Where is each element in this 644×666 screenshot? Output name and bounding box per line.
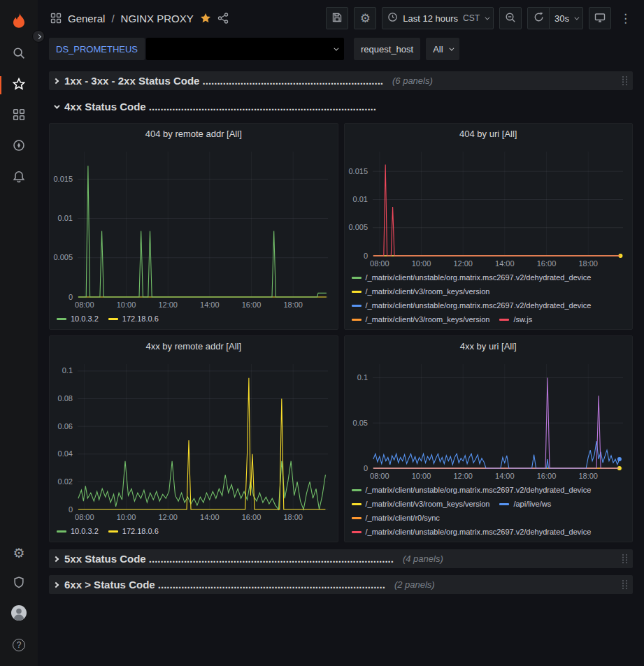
legend-swatch bbox=[352, 291, 362, 293]
legend-item[interactable]: /sw.js bbox=[499, 312, 532, 326]
legend-swatch bbox=[352, 319, 362, 321]
zoom-out-button[interactable] bbox=[499, 7, 522, 29]
breadcrumb: General / NGINX PROXY bbox=[50, 13, 320, 24]
svg-text:08:00: 08:00 bbox=[370, 472, 389, 480]
legend-item[interactable]: /api/live/ws bbox=[499, 497, 551, 511]
svg-text:14:00: 14:00 bbox=[495, 259, 515, 268]
variable-value-request-host[interactable]: All bbox=[426, 38, 459, 60]
legend-item[interactable]: /_matrix/client/unstable/org.matrix.msc2… bbox=[352, 270, 592, 284]
breadcrumb-dashboard-title[interactable]: NGINX PROXY bbox=[121, 13, 194, 24]
help-icon: ? bbox=[13, 639, 25, 651]
svg-text:16:00: 16:00 bbox=[242, 513, 262, 521]
chevron-right-icon bbox=[53, 556, 59, 561]
drag-handle-icon[interactable] bbox=[622, 579, 628, 590]
svg-text:10:00: 10:00 bbox=[117, 513, 136, 521]
panel-404-by-uri: 404 by uri [All] 00.0050.010.01508:0010:… bbox=[344, 123, 634, 330]
legend-item[interactable]: 10.0.3.2 bbox=[57, 312, 99, 326]
sidebar-item-explore[interactable] bbox=[0, 131, 38, 162]
svg-text:0: 0 bbox=[363, 464, 367, 472]
row-1xx-3xx-2xx-status-code[interactable]: 1xx - 3xx - 2xx Status Code ............… bbox=[49, 71, 633, 90]
drag-handle-icon[interactable] bbox=[622, 553, 628, 564]
sidebar: ⚙ ? bbox=[0, 0, 38, 666]
panel-title[interactable]: 404 by uri [All] bbox=[345, 124, 633, 145]
drag-handle-icon[interactable] bbox=[622, 75, 628, 86]
legend-swatch bbox=[499, 319, 509, 321]
sidebar-item-starred[interactable] bbox=[0, 70, 38, 101]
timeseries-chart[interactable]: 00.020.040.060.080.108:0010:0012:0014:00… bbox=[50, 357, 338, 524]
variable-value-ds-prometheus[interactable] bbox=[146, 38, 344, 60]
legend-item[interactable]: 10.0.3.2 bbox=[57, 524, 99, 538]
refresh-button[interactable] bbox=[527, 7, 550, 29]
shield-icon bbox=[13, 576, 25, 591]
legend-item[interactable]: 172.18.0.6 bbox=[108, 524, 159, 538]
panel-404-by-remote-addr: 404 by remote addr [All] 00.0050.010.015… bbox=[49, 123, 338, 330]
svg-text:12:00: 12:00 bbox=[158, 513, 178, 521]
chevron-right-icon bbox=[36, 34, 41, 38]
legend-item[interactable]: /_matrix/client/unstable/org.matrix.msc2… bbox=[352, 525, 592, 539]
sidebar-item-configuration[interactable]: ⚙ bbox=[0, 537, 38, 568]
legend-item[interactable]: /_matrix/client/v3/room_keys/version bbox=[352, 284, 490, 298]
search-icon bbox=[13, 47, 25, 62]
legend-item[interactable]: /_matrix/client/unstable/org.matrix.msc2… bbox=[352, 298, 592, 312]
chart-legend: /_matrix/client/unstable/org.matrix.msc2… bbox=[345, 483, 633, 542]
sidebar-item-alerting[interactable] bbox=[0, 162, 38, 193]
svg-text:18:00: 18:00 bbox=[578, 259, 598, 268]
svg-text:0: 0 bbox=[69, 505, 73, 514]
row-5xx-status-code[interactable]: 5xx Status Code ........................… bbox=[49, 549, 633, 568]
legend-item[interactable]: /_matrix/client/v3/room_keys/version bbox=[352, 312, 490, 326]
breadcrumb-folder[interactable]: General bbox=[68, 13, 105, 24]
timeseries-chart[interactable]: 00.0050.010.01508:0010:0012:0014:0016:00… bbox=[50, 145, 338, 312]
clock-icon bbox=[387, 12, 398, 24]
share-icon[interactable] bbox=[217, 13, 229, 24]
sidebar-item-help[interactable]: ? bbox=[0, 630, 38, 660]
variable-request-host: request_host All bbox=[354, 38, 459, 60]
row-panel-count: (2 panels) bbox=[394, 579, 435, 590]
svg-text:16:00: 16:00 bbox=[536, 259, 556, 268]
svg-text:08:00: 08:00 bbox=[75, 513, 94, 521]
legend-swatch bbox=[499, 503, 509, 505]
favorite-star-icon[interactable] bbox=[200, 13, 211, 24]
legend-swatch bbox=[352, 305, 362, 307]
chevron-down-icon bbox=[449, 45, 454, 50]
panel-title[interactable]: 4xx by uri [All] bbox=[345, 336, 633, 357]
svg-text:12:00: 12:00 bbox=[453, 472, 473, 480]
time-range-picker[interactable]: Last 12 hours CST bbox=[382, 7, 494, 29]
svg-text:18:00: 18:00 bbox=[578, 472, 598, 480]
refresh-interval-picker[interactable]: 30s bbox=[550, 7, 583, 29]
svg-text:14:00: 14:00 bbox=[200, 513, 220, 521]
svg-text:0.04: 0.04 bbox=[58, 449, 73, 458]
grid-icon bbox=[13, 108, 25, 124]
chart-legend: /_matrix/client/unstable/org.matrix.msc2… bbox=[345, 270, 633, 329]
svg-text:0: 0 bbox=[69, 293, 73, 301]
sidebar-item-server-admin[interactable] bbox=[0, 568, 38, 599]
legend-swatch bbox=[57, 530, 66, 533]
panel-title[interactable]: 404 by remote addr [All] bbox=[50, 124, 338, 145]
sidebar-item-profile[interactable] bbox=[0, 599, 38, 630]
legend-item[interactable]: /_matrix/client/r0/sync bbox=[352, 511, 440, 525]
sidebar-item-dashboards[interactable] bbox=[0, 101, 38, 131]
timeseries-chart[interactable]: 00.050.108:0010:0012:0014:0016:0018:00 bbox=[345, 357, 633, 483]
sidebar-item-search[interactable] bbox=[0, 39, 38, 70]
dashboard-settings-button[interactable]: ⚙ bbox=[354, 7, 376, 29]
row-6xx-status-code[interactable]: 6xx > Status Code ......................… bbox=[49, 575, 633, 594]
svg-text:18:00: 18:00 bbox=[283, 301, 303, 309]
tv-mode-button[interactable] bbox=[589, 7, 611, 29]
save-dashboard-button[interactable] bbox=[326, 7, 348, 29]
legend-item[interactable]: /_matrix/client/unstable/org.matrix.msc2… bbox=[352, 483, 592, 497]
legend-item[interactable]: /_matrix/client/v3/room_keys/version bbox=[352, 497, 490, 511]
legend-label: /_matrix/client/unstable/org.matrix.msc2… bbox=[366, 298, 592, 312]
sidebar-expand-button[interactable] bbox=[32, 30, 45, 43]
chevron-down-icon bbox=[54, 103, 59, 108]
legend-label: 172.18.0.6 bbox=[122, 312, 159, 326]
timeseries-chart[interactable]: 00.0050.010.01508:0010:0012:0014:0016:00… bbox=[345, 145, 633, 270]
kebab-menu-icon[interactable]: ⋮ bbox=[617, 13, 634, 24]
svg-text:08:00: 08:00 bbox=[75, 301, 94, 309]
zoom-out-icon bbox=[505, 12, 516, 25]
legend-label: /_matrix/client/unstable/org.matrix.msc2… bbox=[366, 525, 592, 539]
legend-swatch bbox=[108, 530, 118, 533]
legend-label: /api/live/ws bbox=[513, 497, 551, 511]
gear-icon: ⚙ bbox=[360, 13, 371, 24]
panel-title[interactable]: 4xx by remote addr [All] bbox=[50, 336, 338, 357]
legend-item[interactable]: 172.18.0.6 bbox=[108, 312, 159, 326]
row-4xx-status-code[interactable]: 4xx Status Code ........................… bbox=[49, 97, 633, 116]
